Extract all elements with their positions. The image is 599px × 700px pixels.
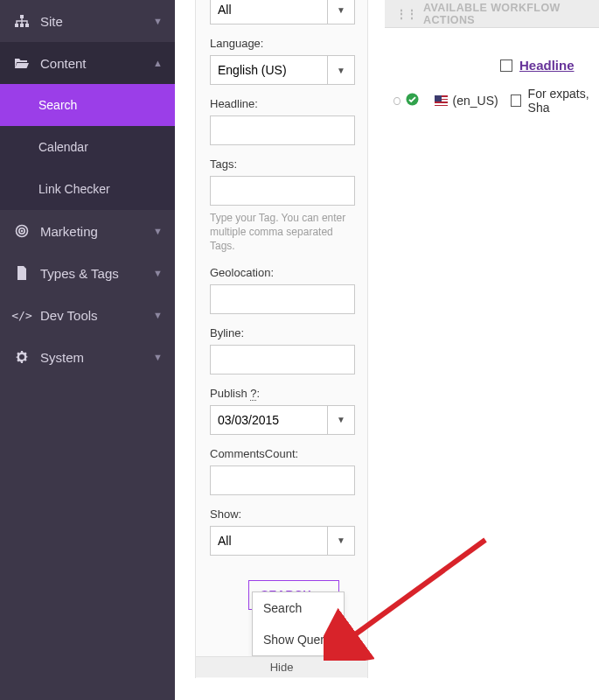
hide-panel-button[interactable]: Hide [196, 656, 367, 677]
chevron-down-icon[interactable]: ▼ [327, 526, 355, 556]
headline-column-header[interactable]: Headline [519, 58, 575, 73]
sidebar-item-system[interactable]: System ▼ [0, 336, 175, 378]
sidebar-item-link-checker[interactable]: Link Checker [0, 168, 175, 210]
row-headline-text: For expats, Sha [528, 87, 599, 115]
sidebar-label: Marketing [40, 224, 98, 239]
chevron-down-icon[interactable]: ▼ [327, 0, 355, 24]
menu-item-show-query[interactable]: Show Query [253, 624, 344, 655]
sidebar: Site ▼ Content ▲ Search Calendar Link Ch… [0, 0, 175, 700]
sitemap-icon [12, 15, 31, 27]
results-area: ⋮⋮ AVAILABLE WORKFLOW ACTIONS Headline (… [376, 0, 599, 115]
code-icon: </> [12, 309, 31, 322]
sidebar-label: Search [38, 98, 77, 112]
check-circle-icon [406, 93, 419, 108]
tags-input[interactable] [210, 176, 355, 206]
publish-date-select[interactable]: ▼ [210, 405, 355, 435]
sidebar-item-search[interactable]: Search [0, 84, 175, 126]
byline-label: Byline: [210, 326, 353, 340]
sidebar-label: Link Checker [38, 182, 110, 196]
filter-panel: ▼ Language: ▼ Headline: Tags: Type your … [195, 0, 368, 678]
language-select[interactable]: ▼ [210, 55, 355, 85]
menu-item-search[interactable]: Search [253, 592, 344, 624]
sidebar-label: Dev Tools [40, 308, 98, 323]
chevron-down-icon: ▼ [153, 16, 163, 26]
chevron-down-icon[interactable]: ▼ [327, 405, 355, 435]
sidebar-item-calendar[interactable]: Calendar [0, 126, 175, 168]
chevron-down-icon: ▼ [153, 226, 163, 236]
us-flag-icon [435, 95, 448, 106]
language-label: Language: [210, 37, 353, 50]
svg-rect-1 [15, 24, 18, 27]
chevron-down-icon[interactable]: ▼ [327, 55, 355, 85]
sidebar-item-content[interactable]: Content ▲ [0, 42, 175, 84]
geolocation-input[interactable] [210, 284, 355, 314]
document-icon [12, 266, 31, 280]
sidebar-item-site[interactable]: Site ▼ [0, 0, 175, 42]
select-all-checkbox[interactable] [500, 60, 512, 72]
folder-open-icon [12, 57, 31, 69]
svg-rect-0 [20, 15, 24, 18]
sidebar-item-marketing[interactable]: Marketing ▼ [0, 210, 175, 252]
sidebar-content-submenu: Search Calendar Link Checker [0, 84, 175, 210]
sidebar-label: System [40, 350, 84, 365]
svg-rect-2 [20, 24, 24, 27]
headline-input[interactable] [210, 116, 355, 145]
sidebar-label: Content [40, 56, 87, 71]
search-button-menu: Search Show Query [252, 592, 345, 656]
comments-count-input[interactable] [210, 466, 355, 495]
target-icon [12, 224, 31, 238]
workflow-actions-label: AVAILABLE WORKFLOW ACTIONS [423, 2, 589, 26]
chevron-down-icon: ▼ [153, 352, 163, 362]
status-dot-icon [394, 97, 400, 105]
geolocation-label: Geolocation: [210, 266, 353, 279]
tags-help-text: Type your Tag. You can enter multiple co… [210, 211, 353, 254]
result-row[interactable]: (en_US) For expats, Sha [376, 87, 599, 115]
chevron-up-icon: ▲ [153, 58, 163, 68]
show-select[interactable]: ▼ [210, 526, 355, 556]
svg-rect-3 [25, 24, 29, 27]
sidebar-label: Calendar [38, 140, 88, 154]
type-select[interactable]: ▼ [210, 0, 355, 24]
sidebar-label: Types & Tags [40, 266, 119, 281]
sidebar-item-dev-tools[interactable]: </> Dev Tools ▼ [0, 294, 175, 336]
headline-label: Headline: [210, 97, 353, 110]
svg-point-6 [21, 230, 24, 233]
comments-count-label: CommentsCount: [210, 447, 353, 460]
sidebar-label: Site [40, 14, 63, 29]
row-checkbox[interactable] [511, 94, 521, 107]
results-header-row: Headline [376, 58, 599, 73]
show-label: Show: [210, 508, 353, 521]
publish-label: Publish ?: [210, 387, 353, 400]
sidebar-item-types-tags[interactable]: Types & Tags ▼ [0, 252, 175, 294]
grip-icon: ⋮⋮ [395, 7, 416, 21]
locale-label: (en_US) [453, 94, 498, 108]
chevron-down-icon: ▼ [153, 268, 163, 278]
svg-line-8 [348, 540, 485, 640]
byline-input[interactable] [210, 345, 355, 374]
gear-icon [12, 350, 31, 364]
workflow-actions-button[interactable]: ⋮⋮ AVAILABLE WORKFLOW ACTIONS [385, 0, 599, 28]
tags-label: Tags: [210, 158, 353, 171]
chevron-down-icon: ▼ [153, 310, 163, 320]
